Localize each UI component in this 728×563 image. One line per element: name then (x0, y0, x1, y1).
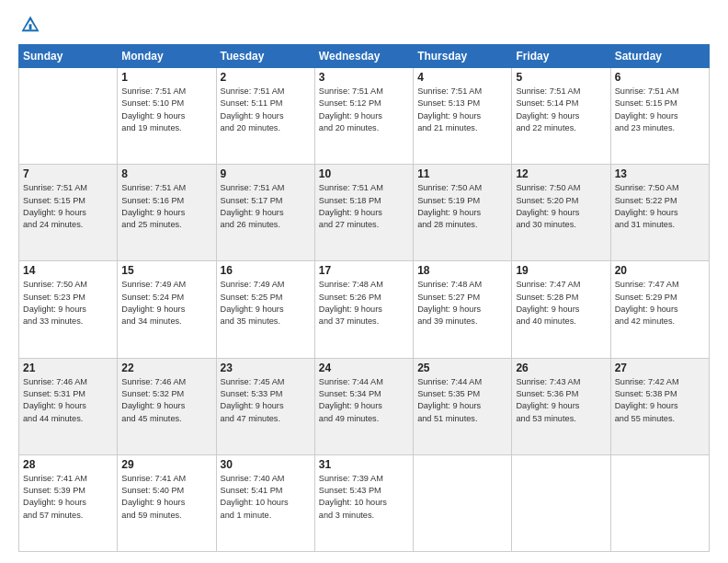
day-info: Sunrise: 7:40 AMSunset: 5:41 PMDaylight:… (221, 473, 311, 522)
calendar-cell: 1Sunrise: 7:51 AMSunset: 5:10 PMDaylight… (118, 68, 216, 165)
day-info: Sunrise: 7:41 AMSunset: 5:39 PMDaylight:… (23, 473, 113, 522)
day-number: 5 (516, 71, 606, 84)
day-number: 12 (516, 167, 606, 180)
day-number: 4 (417, 71, 507, 84)
weekday-header-tuesday: Tuesday (216, 45, 314, 68)
day-info: Sunrise: 7:39 AMSunset: 5:43 PMDaylight:… (319, 473, 409, 522)
day-info: Sunrise: 7:48 AMSunset: 5:27 PMDaylight:… (417, 279, 507, 327)
day-info: Sunrise: 7:50 AMSunset: 5:23 PMDaylight:… (23, 279, 113, 327)
calendar-cell: 5Sunrise: 7:51 AMSunset: 5:14 PMDaylight… (512, 68, 610, 165)
day-number: 25 (417, 362, 507, 374)
calendar-week-row: 14Sunrise: 7:50 AMSunset: 5:23 PMDayligh… (19, 261, 710, 358)
calendar-cell: 28Sunrise: 7:41 AMSunset: 5:39 PMDayligh… (19, 454, 118, 551)
calendar-cell: 24Sunrise: 7:44 AMSunset: 5:34 PMDayligh… (314, 358, 413, 454)
day-info: Sunrise: 7:43 AMSunset: 5:36 PMDaylight:… (516, 376, 606, 425)
calendar-cell: 17Sunrise: 7:48 AMSunset: 5:26 PMDayligh… (314, 261, 413, 358)
calendar-cell: 11Sunrise: 7:50 AMSunset: 5:19 PMDayligh… (414, 165, 512, 261)
day-number: 16 (221, 264, 311, 277)
day-number: 14 (23, 264, 113, 277)
calendar-week-row: 7Sunrise: 7:51 AMSunset: 5:15 PMDaylight… (19, 165, 710, 261)
calendar-cell: 12Sunrise: 7:50 AMSunset: 5:20 PMDayligh… (512, 165, 610, 261)
day-info: Sunrise: 7:49 AMSunset: 5:24 PMDaylight:… (121, 279, 211, 327)
header (18, 15, 710, 35)
calendar-cell: 8Sunrise: 7:51 AMSunset: 5:16 PMDaylight… (118, 165, 216, 261)
calendar-cell: 16Sunrise: 7:49 AMSunset: 5:25 PMDayligh… (216, 261, 314, 358)
calendar-cell: 13Sunrise: 7:50 AMSunset: 5:22 PMDayligh… (610, 165, 709, 261)
day-number: 15 (121, 264, 211, 277)
day-number: 24 (319, 362, 409, 374)
calendar-cell (414, 454, 512, 551)
day-number: 21 (23, 362, 113, 374)
day-number: 28 (23, 458, 113, 471)
day-info: Sunrise: 7:51 AMSunset: 5:17 PMDaylight:… (221, 182, 311, 231)
logo (18, 15, 40, 35)
weekday-header-friday: Friday (512, 45, 610, 68)
calendar-cell: 6Sunrise: 7:51 AMSunset: 5:15 PMDaylight… (610, 68, 709, 165)
day-number: 31 (319, 458, 409, 471)
day-number: 26 (516, 362, 606, 374)
calendar-cell: 31Sunrise: 7:39 AMSunset: 5:43 PMDayligh… (314, 454, 413, 551)
day-info: Sunrise: 7:44 AMSunset: 5:34 PMDaylight:… (319, 376, 409, 425)
calendar-cell: 3Sunrise: 7:51 AMSunset: 5:12 PMDaylight… (314, 68, 413, 165)
calendar-week-row: 28Sunrise: 7:41 AMSunset: 5:39 PMDayligh… (19, 454, 710, 551)
calendar-cell: 25Sunrise: 7:44 AMSunset: 5:35 PMDayligh… (414, 358, 512, 454)
day-info: Sunrise: 7:41 AMSunset: 5:40 PMDaylight:… (121, 473, 211, 522)
calendar-week-row: 1Sunrise: 7:51 AMSunset: 5:10 PMDaylight… (19, 68, 710, 165)
day-info: Sunrise: 7:51 AMSunset: 5:12 PMDaylight:… (319, 86, 409, 134)
calendar-cell: 29Sunrise: 7:41 AMSunset: 5:40 PMDayligh… (118, 454, 216, 551)
svg-rect-2 (29, 24, 32, 29)
day-number: 1 (121, 71, 211, 84)
calendar-cell: 14Sunrise: 7:50 AMSunset: 5:23 PMDayligh… (19, 261, 118, 358)
day-number: 30 (221, 458, 311, 471)
day-number: 6 (615, 71, 705, 84)
calendar-cell: 21Sunrise: 7:46 AMSunset: 5:31 PMDayligh… (19, 358, 118, 454)
day-info: Sunrise: 7:51 AMSunset: 5:15 PMDaylight:… (615, 86, 705, 134)
day-number: 19 (516, 264, 606, 277)
day-info: Sunrise: 7:47 AMSunset: 5:29 PMDaylight:… (615, 279, 705, 327)
calendar-cell (19, 68, 118, 165)
weekday-header-row: SundayMondayTuesdayWednesdayThursdayFrid… (19, 45, 710, 68)
day-info: Sunrise: 7:51 AMSunset: 5:13 PMDaylight:… (417, 86, 507, 134)
calendar-cell: 18Sunrise: 7:48 AMSunset: 5:27 PMDayligh… (414, 261, 512, 358)
day-info: Sunrise: 7:51 AMSunset: 5:16 PMDaylight:… (121, 182, 211, 231)
calendar-cell: 2Sunrise: 7:51 AMSunset: 5:11 PMDaylight… (216, 68, 314, 165)
calendar-cell: 19Sunrise: 7:47 AMSunset: 5:28 PMDayligh… (512, 261, 610, 358)
day-info: Sunrise: 7:50 AMSunset: 5:22 PMDaylight:… (615, 182, 705, 231)
calendar-cell: 9Sunrise: 7:51 AMSunset: 5:17 PMDaylight… (216, 165, 314, 261)
calendar-cell: 10Sunrise: 7:51 AMSunset: 5:18 PMDayligh… (314, 165, 413, 261)
day-number: 17 (319, 264, 409, 277)
weekday-header-sunday: Sunday (19, 45, 118, 68)
calendar-cell: 22Sunrise: 7:46 AMSunset: 5:32 PMDayligh… (118, 358, 216, 454)
calendar-cell (512, 454, 610, 551)
day-info: Sunrise: 7:51 AMSunset: 5:15 PMDaylight:… (23, 182, 113, 231)
day-number: 11 (417, 167, 507, 180)
day-number: 2 (221, 71, 311, 84)
day-info: Sunrise: 7:51 AMSunset: 5:14 PMDaylight:… (516, 86, 606, 134)
calendar-cell: 27Sunrise: 7:42 AMSunset: 5:38 PMDayligh… (610, 358, 709, 454)
day-info: Sunrise: 7:49 AMSunset: 5:25 PMDaylight:… (221, 279, 311, 327)
weekday-header-wednesday: Wednesday (314, 45, 413, 68)
calendar-cell: 23Sunrise: 7:45 AMSunset: 5:33 PMDayligh… (216, 358, 314, 454)
weekday-header-monday: Monday (118, 45, 216, 68)
day-info: Sunrise: 7:51 AMSunset: 5:18 PMDaylight:… (319, 182, 409, 231)
day-info: Sunrise: 7:51 AMSunset: 5:10 PMDaylight:… (121, 86, 211, 134)
calendar-cell: 7Sunrise: 7:51 AMSunset: 5:15 PMDaylight… (19, 165, 118, 261)
day-number: 9 (221, 167, 311, 180)
day-info: Sunrise: 7:48 AMSunset: 5:26 PMDaylight:… (319, 279, 409, 327)
day-number: 10 (319, 167, 409, 180)
day-info: Sunrise: 7:51 AMSunset: 5:11 PMDaylight:… (221, 86, 311, 134)
day-info: Sunrise: 7:50 AMSunset: 5:20 PMDaylight:… (516, 182, 606, 231)
page: SundayMondayTuesdayWednesdayThursdayFrid… (0, 0, 728, 563)
calendar-cell: 26Sunrise: 7:43 AMSunset: 5:36 PMDayligh… (512, 358, 610, 454)
day-info: Sunrise: 7:42 AMSunset: 5:38 PMDaylight:… (615, 376, 705, 425)
day-number: 27 (615, 362, 705, 374)
day-number: 22 (121, 362, 211, 374)
day-info: Sunrise: 7:47 AMSunset: 5:28 PMDaylight:… (516, 279, 606, 327)
day-number: 7 (23, 167, 113, 180)
day-number: 3 (319, 71, 409, 84)
day-info: Sunrise: 7:50 AMSunset: 5:19 PMDaylight:… (417, 182, 507, 231)
calendar-week-row: 21Sunrise: 7:46 AMSunset: 5:31 PMDayligh… (19, 358, 710, 454)
day-info: Sunrise: 7:46 AMSunset: 5:31 PMDaylight:… (23, 376, 113, 425)
calendar-cell: 15Sunrise: 7:49 AMSunset: 5:24 PMDayligh… (118, 261, 216, 358)
logo-icon (20, 15, 40, 35)
